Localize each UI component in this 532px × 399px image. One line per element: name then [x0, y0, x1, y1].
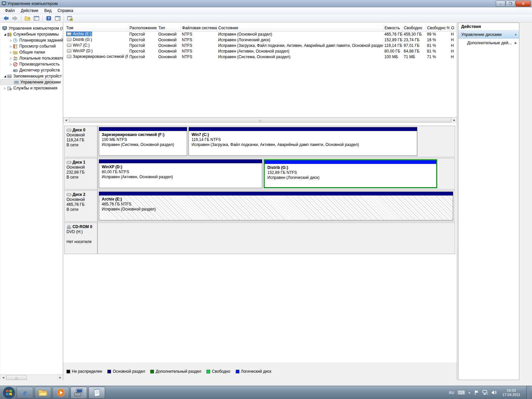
- col-free[interactable]: Свободно: [402, 25, 426, 31]
- tree-item-disk-management[interactable]: Управление дисками: [0, 79, 54, 85]
- network-icon[interactable]: [482, 390, 488, 395]
- device-manager-icon: [13, 68, 18, 72]
- scroll-left-icon[interactable]: ◀: [63, 117, 69, 123]
- notepad-icon: [93, 388, 101, 397]
- scrollbar-thumb[interactable]: |||: [6, 375, 27, 380]
- chevron-right-icon[interactable]: ▶: [515, 41, 517, 45]
- media-player-icon: [57, 388, 65, 397]
- forward-button[interactable]: [11, 15, 19, 22]
- taskbar-computer-management-button[interactable]: [70, 387, 87, 399]
- tree-item-storage[interactable]: ◢ Запоминающие устройст: [0, 73, 63, 79]
- scrollbar-thumb[interactable]: |||: [69, 118, 451, 123]
- taskbar-clock[interactable]: 16:03 17.04.2011: [502, 388, 520, 397]
- table-row[interactable]: Win7 (C:) ПростойОсновнойNTFSИсправен (З…: [65, 43, 456, 48]
- tree-horizontal-scrollbar[interactable]: ◀ ||| ▶: [0, 374, 63, 380]
- expand-icon[interactable]: ▷: [3, 87, 7, 90]
- expand-icon[interactable]: ▷: [9, 45, 13, 48]
- close-button[interactable]: ✕: [516, 1, 531, 7]
- volume-table: Том Расположение Тип Файловая система Со…: [65, 25, 456, 60]
- console-settings-button[interactable]: [66, 15, 74, 22]
- taskbar-ie-button[interactable]: e: [17, 387, 33, 399]
- col-volume[interactable]: Том: [65, 25, 128, 31]
- disk-2-label[interactable]: Диск 2 Основной 465,76 ГБ В сети: [65, 191, 98, 221]
- minimize-button[interactable]: –: [496, 1, 505, 7]
- tree-item-system-tools[interactable]: ◢ Служебные программы: [0, 31, 63, 37]
- tree-item-event-viewer[interactable]: ▷ Просмотр событий: [0, 43, 63, 49]
- up-level-button[interactable]: [23, 15, 31, 22]
- disk-1-label[interactable]: Диск 1 Основной 232,88 ГБ В сети: [65, 158, 98, 189]
- partition-system-reserved[interactable]: Зарезервировано системой (F:) 100 МБ NTF…: [99, 127, 187, 156]
- volume-icon: [67, 38, 71, 41]
- expand-icon[interactable]: ▷: [9, 39, 13, 42]
- computer-icon: [2, 26, 7, 31]
- table-row[interactable]: Distrib (G:) ПростойОсновнойNTFSИсправен…: [65, 37, 456, 43]
- col-fault-tolerance[interactable]: О: [450, 25, 456, 31]
- col-filesystem[interactable]: Файловая система: [181, 25, 217, 31]
- action-center-flag-icon[interactable]: [474, 390, 479, 395]
- tree-item-shared-folders[interactable]: ▷ Общие папки: [0, 49, 63, 55]
- tree-item-services[interactable]: ▷ Службы и приложения: [0, 85, 63, 91]
- scheduler-icon: [13, 38, 18, 43]
- col-type[interactable]: Тип: [157, 25, 181, 31]
- table-row[interactable]: Archiv (E:) ПростойОсновнойNTFSИсправен …: [65, 31, 456, 37]
- volume-speaker-icon[interactable]: [491, 390, 497, 395]
- col-capacity[interactable]: Емкость: [383, 25, 402, 31]
- clock-date: 17.04.2011: [502, 393, 520, 397]
- expand-icon[interactable]: ◢: [3, 75, 7, 78]
- keyboard-icon[interactable]: ⌨: [458, 390, 465, 396]
- actions-group-disk-management[interactable]: Управление дисками ▲: [459, 31, 519, 39]
- tree-item-task-scheduler[interactable]: ▷ Планировщик заданий: [0, 37, 63, 43]
- actions-panel: Действия Управление дисками ▲ Дополнител…: [458, 23, 519, 380]
- taskbar-media-player-button[interactable]: [53, 387, 69, 399]
- primary-partition-bar: [189, 127, 417, 131]
- chevron-up-icon[interactable]: ▲: [514, 33, 517, 36]
- language-indicator[interactable]: RU: [449, 391, 454, 395]
- scroll-right-icon[interactable]: ▶: [452, 117, 457, 123]
- legend-primary-partition: Основной раздел: [107, 369, 145, 374]
- disk-0-label[interactable]: Диск 0 Основной 119,24 ГБ В сети: [65, 126, 98, 157]
- scroll-left-icon[interactable]: ◀: [0, 375, 6, 380]
- help-button[interactable]: ?: [45, 15, 53, 22]
- col-layout[interactable]: Расположение: [128, 25, 157, 31]
- expand-icon[interactable]: ▷: [9, 63, 13, 66]
- menu-view[interactable]: Вид: [41, 8, 55, 14]
- cdrom-label[interactable]: CD-ROM 0 DVD (H:) Нет носителя: [65, 223, 98, 254]
- tree-item-root[interactable]: Управление компьютером (л: [0, 25, 63, 31]
- partition-win7[interactable]: Win7 (C:) 119,14 ГБ NTFS Исправен (Загру…: [189, 127, 417, 156]
- svg-text:?: ?: [48, 17, 50, 20]
- tree-item-local-users[interactable]: ▷ Локальные пользовате: [0, 55, 63, 61]
- taskbar-explorer-button[interactable]: [35, 387, 51, 399]
- console-tree-icon: [34, 16, 39, 21]
- maximize-button[interactable]: ❐: [506, 1, 515, 7]
- col-free-pct[interactable]: Свободно %: [426, 25, 450, 31]
- window-title: Управление компьютером: [7, 1, 58, 6]
- scroll-right-icon[interactable]: ▶: [58, 375, 63, 380]
- col-status[interactable]: Состояние: [217, 25, 383, 31]
- partition-winxp[interactable]: WinXP (D:) 80,00 ГБ NTFS Исправен (Актив…: [99, 159, 262, 188]
- tree-item-performance[interactable]: ▷ Производительность: [0, 61, 63, 67]
- show-action-pane-button[interactable]: [54, 15, 62, 22]
- tree-item-device-manager[interactable]: Диспетчер устройств: [0, 67, 63, 73]
- app-icon: [2, 1, 7, 6]
- partition-distrib[interactable]: Distrib (G:) 152,89 ГБ NTFS Исправен (Ло…: [265, 160, 436, 187]
- toolbar-separator: [42, 15, 43, 21]
- partition-archiv-selected[interactable]: Archiv (E:) 465,76 ГБ NTFS Исправен (Осн…: [99, 192, 453, 220]
- expand-icon[interactable]: ◢: [3, 33, 7, 36]
- menu-help[interactable]: Справка: [55, 8, 76, 14]
- explorer-folder-icon: [38, 389, 48, 396]
- expand-icon[interactable]: ▷: [9, 57, 13, 60]
- actions-more[interactable]: Дополнительные дей... ▶: [459, 39, 519, 47]
- table-row[interactable]: WinXP (D:) ПростойОсновнойNTFSИсправен (…: [65, 48, 456, 54]
- expand-icon[interactable]: ▷: [9, 51, 13, 54]
- menu-action[interactable]: Действие: [18, 8, 42, 14]
- table-row[interactable]: Зарезервировано системой (F:) ПростойОсн…: [65, 54, 456, 60]
- taskbar-notepad-button[interactable]: [88, 387, 105, 399]
- menu-file[interactable]: Файл: [2, 8, 18, 14]
- show-console-tree-button[interactable]: [32, 15, 40, 22]
- back-button[interactable]: [2, 15, 10, 22]
- show-desktop-button[interactable]: [526, 386, 530, 399]
- console-tree-panel: Управление компьютером (л ◢ Служебные пр…: [0, 23, 63, 380]
- start-button[interactable]: [3, 386, 15, 399]
- table-horizontal-scrollbar[interactable]: ◀ ||| ▶: [63, 117, 457, 123]
- show-hidden-icons-button[interactable]: ▲: [468, 391, 471, 394]
